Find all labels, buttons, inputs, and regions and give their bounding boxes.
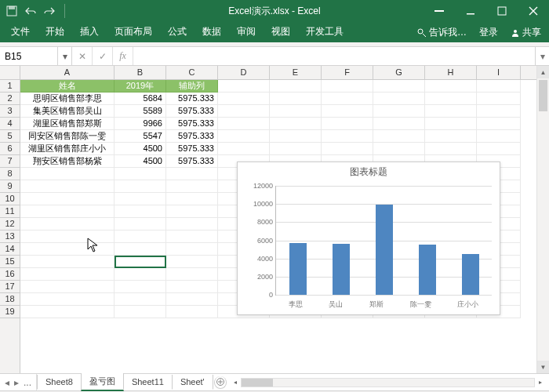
- column-header[interactable]: D: [218, 66, 270, 79]
- cell[interactable]: [322, 143, 373, 155]
- cell[interactable]: [115, 243, 166, 256]
- column-header[interactable]: B: [115, 66, 166, 79]
- cell[interactable]: [20, 193, 115, 205]
- cell[interactable]: [20, 306, 115, 318]
- cell[interactable]: [20, 268, 115, 281]
- row-header[interactable]: 1: [0, 80, 20, 93]
- ribbon-collapse-icon[interactable]: [424, 0, 455, 22]
- cell[interactable]: [166, 205, 218, 218]
- row-header[interactable]: 19: [0, 306, 20, 318]
- tab-view[interactable]: 视图: [264, 22, 298, 42]
- cell[interactable]: [20, 256, 115, 268]
- row-header[interactable]: 11: [0, 205, 20, 218]
- row-header[interactable]: 14: [0, 243, 20, 256]
- save-icon[interactable]: [5, 4, 19, 18]
- cell[interactable]: [218, 80, 270, 93]
- sheet-tab[interactable]: Sheet11: [123, 375, 173, 390]
- cell[interactable]: [166, 193, 218, 205]
- cell[interactable]: 5684: [115, 93, 166, 105]
- vertical-scrollbar[interactable]: ▲ ▼: [536, 66, 549, 373]
- cell[interactable]: [373, 118, 425, 130]
- cell[interactable]: [166, 180, 218, 193]
- cell[interactable]: [373, 93, 425, 105]
- sheet-tab-nav[interactable]: ◂ ▸ ...: [0, 374, 37, 390]
- vertical-scroll-thumb[interactable]: [539, 80, 547, 111]
- chart-bar[interactable]: [333, 244, 350, 295]
- name-box-dropdown-icon[interactable]: ▾: [58, 47, 72, 65]
- tab-formulas[interactable]: 公式: [160, 22, 195, 42]
- cell[interactable]: [20, 218, 115, 230]
- cell[interactable]: 姓名: [20, 80, 115, 93]
- cell[interactable]: [270, 130, 322, 143]
- formula-expand-icon[interactable]: ▾: [535, 47, 549, 65]
- cell[interactable]: [20, 230, 115, 243]
- row-header[interactable]: 13: [0, 230, 20, 243]
- cell[interactable]: 4500: [115, 143, 166, 155]
- row-header[interactable]: 7: [0, 155, 20, 168]
- undo-icon[interactable]: [24, 4, 38, 18]
- cell[interactable]: [115, 180, 166, 193]
- tab-page-layout[interactable]: 页面布局: [107, 22, 160, 42]
- cell[interactable]: 5589: [115, 105, 166, 118]
- cell[interactable]: 湖里区销售部郑斯: [20, 118, 115, 130]
- cell[interactable]: [20, 180, 115, 193]
- cell[interactable]: [373, 105, 425, 118]
- row-header[interactable]: 9: [0, 180, 20, 193]
- cell[interactable]: 湖里区销售部庄小小: [20, 143, 115, 155]
- row-header[interactable]: 4: [0, 118, 20, 130]
- tab-file[interactable]: 文件: [3, 22, 38, 42]
- name-box[interactable]: B15: [0, 47, 58, 65]
- cell[interactable]: [115, 230, 166, 243]
- cell[interactable]: [20, 205, 115, 218]
- cell[interactable]: [425, 143, 477, 155]
- tab-insert[interactable]: 插入: [72, 22, 107, 42]
- cell[interactable]: 9966: [115, 118, 166, 130]
- close-icon[interactable]: [518, 0, 549, 22]
- cell[interactable]: [477, 80, 521, 93]
- row-header[interactable]: 17: [0, 281, 20, 293]
- select-all-triangle[interactable]: [0, 66, 20, 79]
- cell[interactable]: [115, 293, 166, 306]
- column-header[interactable]: C: [166, 66, 218, 79]
- column-header[interactable]: E: [270, 66, 322, 79]
- row-header[interactable]: 16: [0, 268, 20, 281]
- cell[interactable]: [477, 118, 521, 130]
- cell[interactable]: [218, 118, 270, 130]
- cell[interactable]: 5975.333: [166, 118, 218, 130]
- column-header[interactable]: G: [373, 66, 425, 79]
- tab-review[interactable]: 审阅: [229, 22, 264, 42]
- cell[interactable]: 5975.333: [166, 155, 218, 168]
- embedded-chart[interactable]: 图表标题 020004000600080001000012000 李思吴山郑斯陈…: [237, 162, 500, 315]
- scroll-down-icon[interactable]: ▼: [537, 361, 549, 373]
- cell[interactable]: [218, 130, 270, 143]
- chart-bar[interactable]: [289, 243, 307, 295]
- row-header[interactable]: 8: [0, 168, 20, 180]
- cell[interactable]: [425, 118, 477, 130]
- cell[interactable]: [115, 205, 166, 218]
- cell[interactable]: [166, 281, 218, 293]
- tab-developer[interactable]: 开发工具: [298, 22, 351, 42]
- cell[interactable]: [477, 93, 521, 105]
- tab-home[interactable]: 开始: [38, 22, 72, 42]
- cell[interactable]: 5975.333: [166, 130, 218, 143]
- row-header[interactable]: 2: [0, 93, 20, 105]
- cell[interactable]: [115, 193, 166, 205]
- tab-overflow[interactable]: ...: [24, 377, 31, 388]
- cell[interactable]: [477, 130, 521, 143]
- cell[interactable]: [115, 281, 166, 293]
- minimize-icon[interactable]: [455, 0, 486, 22]
- row-header[interactable]: 3: [0, 105, 20, 118]
- formula-input[interactable]: [133, 47, 535, 65]
- horizontal-scrollbar[interactable]: ◂ ▸: [227, 374, 549, 390]
- column-header[interactable]: I: [477, 66, 521, 79]
- cell[interactable]: [20, 281, 115, 293]
- cell[interactable]: [166, 306, 218, 318]
- scroll-left-icon[interactable]: ◂: [230, 377, 241, 388]
- cell[interactable]: [20, 293, 115, 306]
- tab-nav-prev-icon[interactable]: ◂: [5, 377, 9, 388]
- cell[interactable]: [218, 93, 270, 105]
- cell[interactable]: [166, 268, 218, 281]
- row-header[interactable]: 12: [0, 218, 20, 230]
- cell[interactable]: [425, 105, 477, 118]
- cell[interactable]: [270, 93, 322, 105]
